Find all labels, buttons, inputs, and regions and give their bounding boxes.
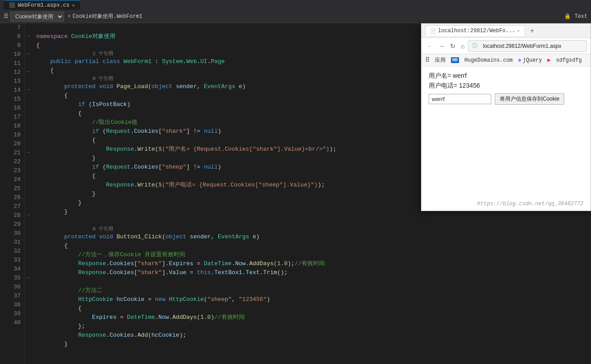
fold-indicator <box>25 247 33 256</box>
fold-indicator <box>25 292 33 301</box>
fold-indicator <box>25 184 33 193</box>
address-input[interactable] <box>479 42 583 51</box>
fold-indicator[interactable]: − <box>25 32 33 41</box>
line-number: 10 <box>2 50 21 59</box>
line-number: 35 <box>2 274 21 283</box>
fold-indicator <box>25 202 33 211</box>
bookmark-hd[interactable]: HD <box>451 57 459 63</box>
line-number: 40 <box>2 318 21 327</box>
toolbar-right: 🔒 Text <box>564 13 587 20</box>
text-label: Text <box>574 13 587 20</box>
fold-indicator <box>25 122 33 131</box>
line-number: 14 <box>2 86 21 95</box>
bookmark-hugedomains[interactable]: HugeDomains.com <box>464 57 513 63</box>
fold-indicator <box>25 157 33 166</box>
browser-footer: https://blog.csdn.net/qq_36482772 <box>421 197 591 211</box>
lock-icon: ⓘ <box>472 42 477 50</box>
username-textbox[interactable] <box>429 94 491 104</box>
back-button[interactable]: ← <box>425 42 435 51</box>
line-number: 12 <box>2 68 21 77</box>
line-number: 7 <box>2 23 21 32</box>
code-line: Response.Cookies.Add(hcCookie); <box>34 331 591 340</box>
fold-indicator <box>25 175 33 184</box>
new-tab-button[interactable]: + <box>527 27 537 35</box>
refresh-button[interactable]: ↻ <box>448 42 457 51</box>
code-line: //方法二 <box>34 286 591 295</box>
fold-indicator <box>25 265 33 274</box>
fold-indicator <box>25 77 33 86</box>
line-number: 19 <box>2 131 21 140</box>
fold-indicator[interactable]: − <box>25 148 33 157</box>
line-number: 26 <box>2 193 21 202</box>
result-phone: 用户电话= 123456 <box>429 82 583 90</box>
title-bar: ⬛ WebForm1.aspx.cs ✕ <box>0 0 591 10</box>
save-cookie-button[interactable]: 将用户信息保存到Cookie <box>495 93 564 105</box>
line-number: 38 <box>2 301 21 309</box>
toolbar-left: ☰ Cookie对象使用 <box>4 12 64 21</box>
fold-indicator <box>25 220 33 229</box>
result-username: 用户名= werrf <box>429 72 583 80</box>
fold-indicator[interactable]: − <box>25 86 33 95</box>
browser-input-area: 将用户信息保存到Cookie <box>429 93 583 105</box>
line-number: 32 <box>2 247 21 256</box>
bookmark-extra[interactable]: sdfgsdfg <box>556 57 582 63</box>
fold-indicator <box>25 238 33 247</box>
browser-title-bar: 📄 localhost:29812/WebFo... ✕ + <box>421 24 591 38</box>
fold-indicator[interactable]: − <box>25 211 33 220</box>
line-number: 37 <box>2 292 21 301</box>
line-number: 16 <box>2 104 21 113</box>
line-number: 13 <box>2 77 21 86</box>
browser-tab-close[interactable]: ✕ <box>517 28 520 34</box>
bookmark-youtube[interactable]: ▶ <box>548 57 551 63</box>
toolbar-center: ⚡ Cookie对象使用.WebForm1 <box>68 13 561 20</box>
code-line: Response.Cookies["shark"].Expires = Date… <box>34 259 591 268</box>
code-line <box>34 277 591 286</box>
bookmarks-bar: ⠿ 应用 HD HugeDomains.com ✥ jQuery ▶ sdfgs… <box>421 54 591 67</box>
fold-indicator <box>25 229 33 238</box>
line-number: 11 <box>2 59 21 68</box>
browser-overlay: 📄 localhost:29812/WebFo... ✕ + ← → ↻ ⌂ ⓘ… <box>421 23 591 211</box>
bookmark-jquery[interactable]: ✥ jQuery <box>518 57 542 63</box>
tab-close-icon[interactable]: ✕ <box>72 3 75 8</box>
line-number: 8 <box>2 32 21 41</box>
line-number: 9 <box>2 41 21 50</box>
fold-indicator <box>25 283 33 292</box>
line-number: 24 <box>2 175 21 184</box>
ref-hint: 0 个引用 <box>34 225 591 233</box>
line-number: 20 <box>2 140 21 148</box>
bookmark-apps[interactable]: 应用 <box>435 56 446 64</box>
browser-tab-label: localhost:29812/WebFo... <box>438 28 515 34</box>
fold-indicator[interactable]: − <box>25 50 33 59</box>
fold-indicator <box>25 95 33 104</box>
code-line: //方法一，保存Cookie 并设置有效时间 <box>34 250 591 259</box>
fold-indicator <box>25 59 33 68</box>
fold-indicator <box>25 23 33 32</box>
fold-indicator[interactable]: − <box>25 68 33 77</box>
home-button[interactable]: ⌂ <box>459 42 466 51</box>
line-number: 21 <box>2 148 21 157</box>
fold-indicator <box>25 309 33 318</box>
code-line <box>34 216 591 225</box>
forward-button[interactable]: → <box>437 42 446 51</box>
arrow-icon: 🔒 <box>564 13 571 20</box>
page-icon: 📄 <box>430 28 436 34</box>
fold-indicator <box>25 166 33 175</box>
fold-indicator <box>25 193 33 202</box>
line-number: 27 <box>2 202 21 211</box>
tab-filename: WebForm1.aspx.cs <box>18 2 69 8</box>
line-number: 34 <box>2 265 21 274</box>
file-tab[interactable]: ⬛ WebForm1.aspx.cs ✕ <box>4 0 80 10</box>
menu-icon: ☰ <box>4 13 9 20</box>
line-number: 22 <box>2 157 21 166</box>
fold-indicator <box>25 256 33 265</box>
editor-area: 7891011121314151617181920212223242526272… <box>0 23 591 364</box>
browser-tab[interactable]: 📄 localhost:29812/WebFo... ✕ <box>425 25 525 36</box>
scope-dropdown[interactable]: Cookie对象使用 <box>10 12 64 21</box>
line-number: 31 <box>2 238 21 247</box>
fold-indicator[interactable]: − <box>25 274 33 283</box>
line-number: 18 <box>2 122 21 131</box>
toolbar: ☰ Cookie对象使用 ⚡ Cookie对象使用.WebForm1 🔒 Tex… <box>0 10 591 23</box>
line-number: 28 <box>2 211 21 220</box>
line-number: 33 <box>2 256 21 265</box>
line-number: 17 <box>2 113 21 122</box>
